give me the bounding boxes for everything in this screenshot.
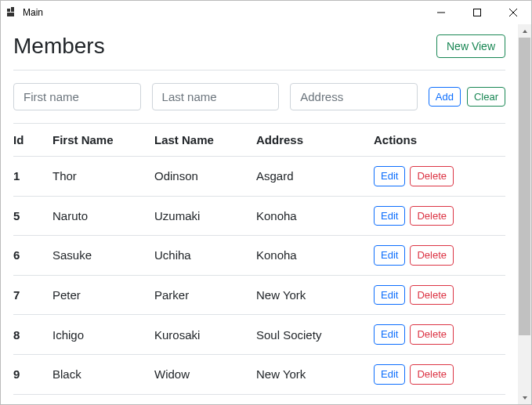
edit-button[interactable]: Edit <box>374 245 405 266</box>
cell-address: Soul Society <box>256 315 374 355</box>
cell-actions: EditDelete <box>374 315 505 355</box>
add-button[interactable]: Add <box>429 87 461 107</box>
col-header-first-name: First Name <box>52 124 154 157</box>
table-row: 9BlackWidowNew YorkEditDelete <box>13 354 505 394</box>
cell-first-name: Peter <box>52 275 154 315</box>
cell-last-name: Parker <box>154 275 256 315</box>
scroll-up-arrow[interactable] <box>518 24 531 38</box>
cell-last-name: Kurosaki <box>154 315 256 355</box>
cell-first-name: Naruto <box>52 196 154 236</box>
scroll-down-arrow[interactable] <box>518 391 531 404</box>
svg-rect-0 <box>7 9 10 12</box>
app-window: Main Members New View <box>0 0 532 405</box>
divider <box>13 70 505 71</box>
table-row: 8IchigoKurosakiSoul SocietyEditDelete <box>13 315 505 355</box>
cell-address: New York <box>256 275 374 315</box>
delete-button[interactable]: Delete <box>410 364 454 385</box>
cell-actions: EditDelete <box>374 236 505 276</box>
col-header-last-name: Last Name <box>154 124 256 157</box>
cell-last-name: Uchiha <box>154 236 256 276</box>
cell-id: 9 <box>13 354 52 394</box>
table-row: 6SasukeUchihaKonohaEditDelete <box>13 236 505 276</box>
delete-button[interactable]: Delete <box>410 285 454 306</box>
window-title: Main <box>23 7 43 18</box>
col-header-actions: Actions <box>374 124 505 157</box>
members-table: Id First Name Last Name Address Actions … <box>13 124 505 395</box>
page-title: Members <box>13 34 105 59</box>
cell-id: 7 <box>13 275 52 315</box>
table-row: 7PeterParkerNew YorkEditDelete <box>13 275 505 315</box>
cell-id: 5 <box>13 196 52 236</box>
svg-rect-2 <box>7 13 14 16</box>
cell-first-name: Thor <box>52 157 154 197</box>
edit-button[interactable]: Edit <box>374 285 405 306</box>
edit-button[interactable]: Edit <box>374 166 405 186</box>
delete-button[interactable]: Delete <box>410 206 454 226</box>
cell-address: Konoha <box>256 196 374 236</box>
cell-actions: EditDelete <box>374 354 505 394</box>
svg-rect-4 <box>474 9 481 16</box>
titlebar: Main <box>1 1 531 24</box>
content-area: Members New View Add Clear Id First Na <box>1 24 518 404</box>
cell-last-name: Uzumaki <box>154 196 256 236</box>
cell-last-name: Odinson <box>154 157 256 197</box>
cell-address: New York <box>256 354 374 394</box>
cell-last-name: Widow <box>154 354 256 394</box>
edit-button[interactable]: Edit <box>374 364 405 385</box>
table-row: 5NarutoUzumakiKonohaEditDelete <box>13 196 505 236</box>
cell-id: 6 <box>13 236 52 276</box>
last-name-input[interactable] <box>152 83 280 110</box>
edit-button[interactable]: Edit <box>374 206 405 226</box>
delete-button[interactable]: Delete <box>410 245 454 266</box>
col-header-id: Id <box>13 124 52 157</box>
cell-actions: EditDelete <box>374 157 505 197</box>
cell-actions: EditDelete <box>374 275 505 315</box>
minimize-button[interactable] <box>423 1 459 24</box>
cell-id: 1 <box>13 157 52 197</box>
clear-button[interactable]: Clear <box>467 87 505 107</box>
svg-marker-8 <box>523 396 527 400</box>
col-header-address: Address <box>256 124 374 157</box>
address-input[interactable] <box>290 83 418 110</box>
first-name-input[interactable] <box>13 83 141 110</box>
close-button[interactable] <box>495 1 531 24</box>
cell-id: 8 <box>13 315 52 355</box>
delete-button[interactable]: Delete <box>410 166 454 186</box>
cell-first-name: Sasuke <box>52 236 154 276</box>
cell-address: Konoha <box>256 236 374 276</box>
svg-marker-7 <box>523 30 527 33</box>
app-icon <box>7 7 18 18</box>
delete-button[interactable]: Delete <box>410 324 454 345</box>
vertical-scrollbar[interactable] <box>518 24 531 404</box>
scroll-thumb[interactable] <box>519 38 530 335</box>
cell-address: Asgard <box>256 157 374 197</box>
table-row: 1ThorOdinsonAsgardEditDelete <box>13 157 505 197</box>
edit-button[interactable]: Edit <box>374 324 405 345</box>
cell-first-name: Ichigo <box>52 315 154 355</box>
cell-first-name: Black <box>52 354 154 394</box>
svg-rect-1 <box>11 7 14 12</box>
new-view-button[interactable]: New View <box>436 34 505 59</box>
add-member-form: Add Clear <box>13 83 505 110</box>
cell-actions: EditDelete <box>374 196 505 236</box>
maximize-button[interactable] <box>459 1 495 24</box>
